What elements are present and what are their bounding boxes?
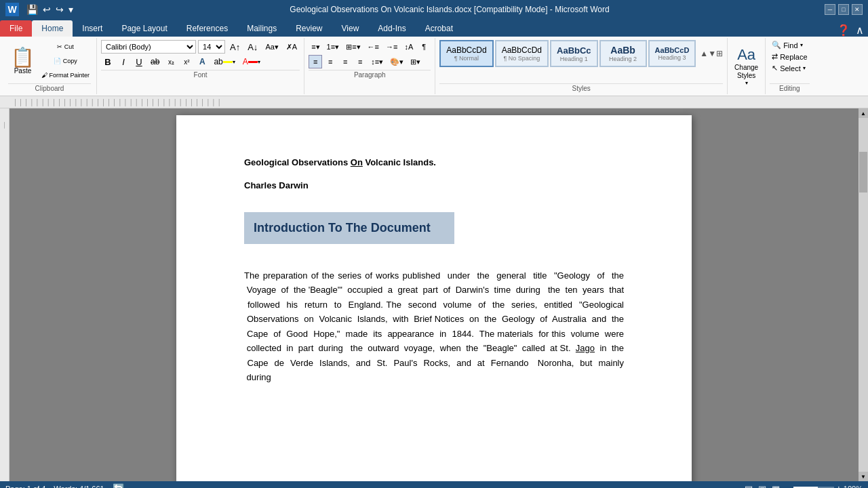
decrease-indent-button[interactable]: ←≡ [365, 40, 382, 54]
status-icon[interactable]: 🔄 [113, 483, 124, 488]
format-painter-button[interactable]: 🖌 Format Painter [40, 68, 91, 82]
find-button[interactable]: 🔍 Find ▾ [770, 40, 809, 50]
style-heading3-button[interactable]: AaBbCcD Heading 3 [648, 40, 696, 67]
quick-access-toolbar: W 💾 ↩ ↪ ▾ [5, 3, 75, 16]
replace-button[interactable]: ⇄ Replace [770, 52, 809, 62]
sort-button[interactable]: ↕A [401, 40, 416, 54]
strikethrough-button[interactable]: ab [148, 55, 162, 68]
style-heading3-text: AaBbCcD [655, 46, 690, 54]
tab-insert[interactable]: Insert [73, 20, 112, 37]
tab-file[interactable]: File [0, 20, 32, 37]
font-size-select[interactable]: 14 [198, 40, 225, 54]
clipboard-group: 📋 Paste ✂ Cut 📄 Copy 🖌 Format Painter Cl… [3, 38, 97, 94]
replace-icon: ⇄ [772, 52, 778, 61]
scroll-track[interactable] [859, 118, 868, 472]
grow-font-button[interactable]: A↑ [227, 40, 243, 54]
italic-button[interactable]: I [117, 55, 130, 68]
align-left-button[interactable]: ≡ [309, 55, 322, 68]
tab-add-ins[interactable]: Add-Ins [368, 20, 415, 37]
increase-indent-button[interactable]: →≡ [383, 40, 400, 54]
line-spacing-button[interactable]: ↕≡▾ [368, 55, 386, 68]
align-center-button[interactable]: ≡ [323, 55, 337, 68]
doc-title-underline: On [351, 157, 363, 167]
multilevel-list-button[interactable]: ⊞≡▾ [343, 40, 363, 54]
view-web-button[interactable]: ▦ [772, 484, 780, 489]
show-formatting-button[interactable]: ¶ [417, 40, 431, 54]
underline-button[interactable]: U [132, 55, 146, 68]
borders-button[interactable]: ⊞▾ [408, 55, 423, 68]
help-icon[interactable]: ❓ [837, 24, 850, 37]
change-case-button[interactable]: Aa▾ [262, 40, 281, 54]
justify-button[interactable]: ≡ [353, 55, 367, 68]
zoom-in-button[interactable]: + [836, 483, 842, 488]
paste-icon: 📋 [11, 48, 35, 67]
bold-button[interactable]: B [101, 55, 115, 68]
status-right: ▤ ▣ ▦ − + 100% [745, 483, 863, 488]
bullets-button[interactable]: ≡▾ [309, 40, 322, 54]
tab-acrobat[interactable]: Acrobat [416, 20, 462, 37]
replace-label: Replace [780, 53, 807, 61]
font-name-select[interactable]: Calibri (Body) [101, 40, 196, 54]
redo-button[interactable]: ↪ [54, 3, 65, 16]
change-styles-arrow: ▾ [745, 80, 748, 86]
copy-button[interactable]: 📄 Copy [40, 54, 91, 68]
minimize-ribbon-icon[interactable]: ∧ [856, 24, 864, 37]
document-body: The preparation of the series of works p… [244, 268, 624, 385]
scroll-up-button[interactable]: ▲ [859, 108, 868, 118]
clipboard-small-buttons: ✂ Cut 📄 Copy 🖌 Format Painter [40, 40, 91, 82]
close-button[interactable]: ✕ [852, 4, 863, 15]
view-normal-button[interactable]: ▤ [745, 484, 753, 489]
styles-scroll-down-button[interactable]: ▼ [708, 49, 716, 58]
shrink-font-button[interactable]: A↓ [245, 40, 260, 54]
scroll-thumb[interactable] [859, 152, 867, 192]
text-highlight-button[interactable]: ab ▾ [211, 55, 237, 68]
tab-view[interactable]: View [332, 20, 369, 37]
tab-home[interactable]: Home [32, 20, 73, 37]
tab-page-layout[interactable]: Page Layout [112, 20, 176, 37]
superscript-button[interactable]: x² [180, 55, 193, 68]
tab-mailings[interactable]: Mailings [237, 20, 286, 37]
find-icon: 🔍 [772, 41, 781, 49]
document-author: Charles Darwin [244, 179, 624, 192]
align-right-button[interactable]: ≡ [338, 55, 352, 68]
select-button[interactable]: ↖ Select ▾ [770, 63, 809, 73]
maximize-button[interactable]: □ [838, 4, 849, 15]
change-styles-button[interactable]: Aa ChangeStyles ▾ [732, 45, 761, 87]
styles-expand-button[interactable]: ⊞ [716, 49, 723, 58]
doc-scroll-area[interactable]: Geological Observations On Volcanic Isla… [9, 108, 859, 481]
style-normal-button[interactable]: AaBbCcDd ¶ Normal [439, 40, 493, 67]
subscript-button[interactable]: x₂ [164, 55, 178, 68]
ruler-indicator: │ │ │ │ │ │ │ │ │ │ │ │ │ │ │ │ │ │ │ │ … [14, 99, 221, 106]
style-no-spacing-text: AaBbCcDd [502, 45, 542, 55]
minimize-button[interactable]: ─ [825, 4, 835, 15]
shading-button[interactable]: 🎨▾ [387, 55, 406, 68]
tab-review[interactable]: Review [286, 20, 332, 37]
title-bar: W 💾 ↩ ↪ ▾ Geological Observations On Vol… [0, 0, 868, 19]
styles-group: AaBbCcDd ¶ Normal AaBbCcDd ¶ No Spacing … [435, 38, 728, 94]
document-area: │ Geological Observations On Volcanic Is… [0, 108, 868, 481]
view-reading-button[interactable]: ▣ [758, 484, 766, 489]
styles-scroll-up-button[interactable]: ▲ [700, 49, 708, 58]
style-normal-text: AaBbCcDd [446, 45, 486, 55]
style-heading1-text: AaBbCc [557, 45, 591, 56]
style-heading2-text: AaBb [610, 45, 635, 56]
tab-references[interactable]: References [177, 20, 237, 37]
style-normal-label: ¶ Normal [454, 55, 479, 62]
text-effects-button[interactable]: A [195, 55, 209, 68]
save-button[interactable]: 💾 [25, 3, 39, 16]
paste-button[interactable]: 📋 Paste [8, 47, 37, 76]
undo-button[interactable]: ↩ [41, 3, 52, 16]
clear-formatting-button[interactable]: ✗A [283, 40, 300, 54]
vertical-scrollbar[interactable]: ▲ ▼ [859, 108, 868, 481]
word-count: Words: 4/1,661 [54, 485, 104, 488]
style-heading2-button[interactable]: AaBb Heading 2 [599, 40, 647, 67]
numbering-button[interactable]: 1≡▾ [324, 40, 342, 54]
zoom-control: − + 100% [785, 483, 863, 488]
font-color-button[interactable]: A ▾ [240, 55, 263, 68]
scroll-down-button[interactable]: ▼ [859, 472, 868, 481]
style-heading1-button[interactable]: AaBbCc Heading 1 [550, 40, 598, 67]
style-no-spacing-button[interactable]: AaBbCcDd ¶ No Spacing [495, 40, 549, 67]
zoom-out-button[interactable]: − [785, 483, 791, 488]
cut-button[interactable]: ✂ Cut [40, 40, 91, 54]
customize-qa-button[interactable]: ▾ [67, 3, 75, 16]
